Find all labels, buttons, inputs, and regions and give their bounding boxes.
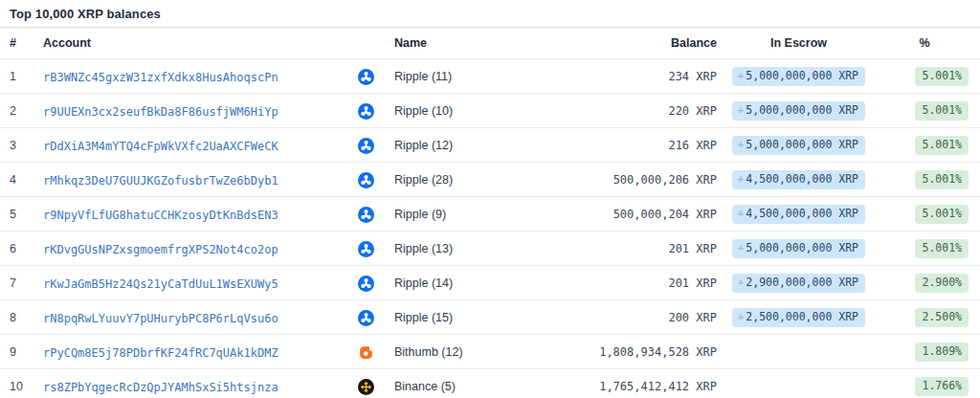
escrow-value: 5,000,000,000 XRP [746,241,858,254]
rank-cell: 9 [0,335,38,369]
escrow-plus-icon: + [738,311,745,322]
percent-badge: 2.900% [915,274,969,293]
escrow-badge: +2,900,000,000 XRP [732,274,865,293]
rank-cell: 4 [0,163,38,197]
percent-badge: 2.500% [915,308,969,327]
name-cell: Ripple (13) [385,232,586,266]
table-row: 5 r9NpyVfLfUG8hatuCCHKzosyDtKnBdsEN3 [0,197,980,232]
name-cell: Ripple (12) [385,128,586,163]
ripple-icon [358,310,374,326]
account-link[interactable]: rKwJaGmB5Hz24Qs21yCaTdUuL1WsEXUWy5 [43,277,278,291]
table-row: 9 rPyCQm8E5j78PDbrfKF24fRC7qUAk1kDMZ [0,335,980,369]
escrow-plus-icon: + [738,242,745,254]
escrow-plus-icon: + [738,139,745,150]
balances-table: # Account Name Balance In Escrow % 1 rB3… [0,28,980,398]
table-row: 10 rs8ZPbYqgecRcDzQpJYAMhSxSi5htsjnza [0,369,980,398]
ripple-icon [358,276,374,292]
account-link[interactable]: rKDvgGUsNPZxsgmoemfrgXPS2Not4co2op [43,243,278,256]
percent-badge: 1.809% [915,343,969,362]
balance-cell: 200 XRP [586,300,724,335]
name-cell: Ripple (14) [385,266,586,300]
rank-cell: 6 [0,232,38,266]
table-row: 3 rDdXiA3M4mYTQ4cFpWkVXfc2UaAXCFWeCK [0,128,980,163]
column-header-percent: % [873,28,980,59]
account-link[interactable]: rDdXiA3M4mYTQ4cFpWkVXfc2UaAXCFWeCK [43,140,278,153]
escrow-badge: +5,000,000,000 XRP [732,239,865,258]
column-header-balance: Balance [586,28,724,59]
percent-badge: 5.001% [915,136,969,155]
column-header-account: Account [38,28,346,59]
escrow-plus-icon: + [738,173,745,185]
table-row: 1 rB3WNZc45gxzW31zxfXdkx8HusAhoqscPn [0,59,980,94]
table-row: 4 rMhkqz3DeU7GUUJKGZofusbrTwZe6bDyb1 [0,163,980,197]
percent-badge: 5.001% [915,239,969,258]
balance-cell: 500,000,206 XRP [586,163,724,197]
escrow-plus-icon: + [738,104,745,116]
account-link[interactable]: r9NpyVfLfUG8hatuCCHKzosyDtKnBdsEN3 [43,209,278,222]
name-cell: Binance (5) [385,369,586,398]
escrow-badge: +5,000,000,000 XRP [732,136,865,155]
balance-cell: 220 XRP [586,94,724,128]
rank-cell: 7 [0,266,38,300]
name-cell: Ripple (9) [385,197,586,232]
balance-cell: 500,000,204 XRP [586,197,724,232]
balance-cell: 234 XRP [586,59,724,94]
table-header-row: # Account Name Balance In Escrow % [0,28,980,59]
top-balances-page: Top 10,000 XRP balances # Account Name B… [0,0,980,398]
column-header-name: Name [385,28,586,59]
account-link[interactable]: rs8ZPbYqgecRcDzQpJYAMhSxSi5htsjnza [43,381,278,394]
balance-cell: 1,808,934,528 XRP [586,335,724,369]
table-row: 7 rKwJaGmB5Hz24Qs21yCaTdUuL1WsEXUWy5 [0,266,980,300]
escrow-badge: +5,000,000,000 XRP [732,67,865,86]
account-link[interactable]: rN8pqRwLYuuvY7pUHurybPC8P6rLqVsu6o [43,312,278,325]
title-bar: Top 10,000 XRP balances [0,0,980,28]
name-cell: Bithumb (12) [385,335,586,369]
rank-cell: 5 [0,197,38,232]
column-header-rank: # [0,28,38,59]
escrow-plus-icon: + [738,276,745,288]
escrow-value: 4,500,000,000 XRP [746,172,858,186]
balance-cell: 216 XRP [586,128,724,163]
binance-icon [358,379,374,395]
ripple-icon [358,172,374,188]
table-row: 8 rN8pqRwLYuuvY7pUHurybPC8P6rLqVsu6o [0,300,980,335]
rank-cell: 3 [0,128,38,163]
bithumb-icon [358,344,374,361]
percent-badge: 5.001% [915,170,969,189]
balance-cell: 201 XRP [586,232,724,266]
escrow-value: 5,000,000,000 XRP [746,138,858,151]
percent-badge: 5.001% [915,205,969,224]
rank-cell: 8 [0,300,38,335]
ripple-icon [358,103,374,120]
escrow-value: 2,500,000,000 XRP [746,310,858,323]
name-cell: Ripple (28) [385,163,586,197]
rank-cell: 2 [0,94,38,128]
table-row: 2 r9UUEXn3cx2seufBkDa8F86usfjWM6HiYp [0,94,980,128]
ripple-icon [358,241,374,257]
account-link[interactable]: rB3WNZc45gxzW31zxfXdkx8HusAhoqscPn [43,71,278,84]
rank-cell: 1 [0,59,38,94]
escrow-badge: +5,000,000,000 XRP [732,101,865,121]
escrow-value: 4,500,000,000 XRP [746,207,858,220]
escrow-plus-icon: + [738,70,745,81]
column-header-icon [346,28,385,59]
percent-badge: 1.766% [915,377,969,396]
escrow-value: 5,000,000,000 XRP [746,103,858,117]
percent-badge: 5.001% [915,67,969,86]
table-row: 6 rKDvgGUsNPZxsgmoemfrgXPS2Not4co2op [0,232,980,266]
escrow-value: 5,000,000,000 XRP [746,69,858,82]
column-header-escrow: In Escrow [724,28,873,59]
account-link[interactable]: rPyCQm8E5j78PDbrfKF24fRC7qUAk1kDMZ [43,346,278,360]
account-link[interactable]: r9UUEXn3cx2seufBkDa8F86usfjWM6HiYp [43,105,278,119]
percent-badge: 5.001% [915,101,969,121]
page-title: Top 10,000 XRP balances [10,7,970,21]
rank-cell: 10 [0,369,38,398]
name-cell: Ripple (15) [385,300,586,335]
name-cell: Ripple (11) [385,59,586,94]
escrow-badge: +2,500,000,000 XRP [732,308,865,327]
name-cell: Ripple (10) [385,94,586,128]
ripple-icon [358,69,374,85]
balance-cell: 1,765,412,412 XRP [586,369,724,398]
account-link[interactable]: rMhkqz3DeU7GUUJKGZofusbrTwZe6bDyb1 [43,174,278,188]
escrow-badge: +4,500,000,000 XRP [732,170,865,189]
